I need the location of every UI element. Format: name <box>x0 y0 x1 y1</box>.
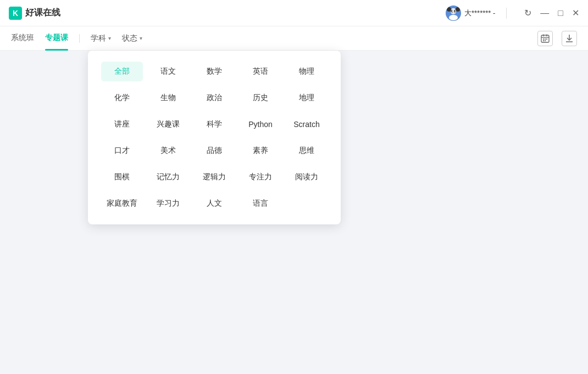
nav-item-xitongban[interactable]: 系统班 <box>11 33 34 44</box>
xueke-arrow: ▾ <box>108 35 111 41</box>
subject-item-xuexili[interactable]: 学习力 <box>147 194 189 213</box>
zhuangtai-label: 状态 <box>122 34 137 43</box>
svg-rect-21 <box>545 40 546 41</box>
divider <box>506 8 507 19</box>
svg-rect-20 <box>543 40 544 41</box>
subject-item-shuxue[interactable]: 数学 <box>193 62 235 81</box>
close-button[interactable]: ✕ <box>572 9 579 18</box>
title-bar: K 好课在线 <box>0 0 588 26</box>
refresh-button[interactable]: ↻ <box>524 9 531 18</box>
title-bar-right: 大******* - ↻ — □ ✕ <box>446 6 579 21</box>
nav-bar: 系统班 专题课 学科 ▾ 状态 ▾ <box>0 26 588 51</box>
subject-item-weiqi[interactable]: 围棋 <box>101 167 143 187</box>
subject-item-quanbu[interactable]: 全部 <box>101 62 143 81</box>
subject-item-lishi[interactable]: 历史 <box>240 88 281 108</box>
subject-grid: 全部语文数学英语物理化学生物政治历史地理讲座兴趣课科学PythonScratch… <box>101 62 328 213</box>
nav-dropdown-xueke[interactable]: 学科 ▾ <box>91 34 111 43</box>
svg-point-8 <box>452 10 453 12</box>
subject-item-luojili[interactable]: 逻辑力 <box>193 167 235 187</box>
subject-item-pinde[interactable]: 品德 <box>193 141 235 161</box>
subject-item-jiyili[interactable]: 记忆力 <box>147 167 189 187</box>
svg-point-3 <box>447 7 451 12</box>
svg-rect-19 <box>546 38 547 40</box>
subject-item-huaxue[interactable]: 化学 <box>101 88 143 108</box>
svg-rect-18 <box>545 38 546 40</box>
subject-item-shengwu[interactable]: 生物 <box>147 88 189 108</box>
svg-point-12 <box>454 12 454 13</box>
calendar-button[interactable] <box>537 31 553 46</box>
user-name: 大******* - <box>464 8 495 18</box>
subject-item-zhuanzhuLi[interactable]: 专注力 <box>240 167 281 187</box>
k-icon: K <box>9 7 22 20</box>
minimize-button[interactable]: — <box>540 9 549 18</box>
window-controls: ↻ — □ ✕ <box>524 9 579 18</box>
subject-item-python[interactable]: Python <box>240 114 281 134</box>
user-area[interactable]: 大******* - <box>446 6 495 21</box>
subject-item-renwen[interactable]: 人文 <box>193 194 235 213</box>
svg-point-9 <box>455 10 456 12</box>
subject-item-kexue[interactable]: 科学 <box>193 114 235 134</box>
subject-dropdown-panel: 全部语文数学英语物理化学生物政治历史地理讲座兴趣课科学PythonScratch… <box>88 51 341 224</box>
subject-item-jiatingJiaoyu[interactable]: 家庭教育 <box>101 194 143 213</box>
subject-item-wuli[interactable]: 物理 <box>286 62 328 81</box>
subject-item-yueduliLi[interactable]: 阅读力 <box>286 167 328 187</box>
download-button[interactable] <box>562 31 577 46</box>
subject-item-siwei[interactable]: 思维 <box>286 141 328 161</box>
svg-point-2 <box>449 15 458 20</box>
svg-point-4 <box>456 7 460 12</box>
main-content: 全部语文数学英语物理化学生物政治历史地理讲座兴趣课科学PythonScratch… <box>0 51 588 374</box>
subject-item-zhengzhi[interactable]: 政治 <box>193 88 235 108</box>
svg-point-11 <box>452 12 453 13</box>
subject-item-jiangzuo[interactable]: 讲座 <box>101 114 143 134</box>
subject-item-dili[interactable]: 地理 <box>286 88 328 108</box>
subject-item-yingyu[interactable]: 英语 <box>240 62 281 81</box>
nav-item-zhuantike[interactable]: 专题课 <box>45 33 68 44</box>
svg-rect-17 <box>543 38 544 40</box>
nav-divider <box>79 34 80 43</box>
nav-dropdown-zhuangtai[interactable]: 状态 ▾ <box>122 34 142 43</box>
maximize-button[interactable]: □ <box>558 9 563 18</box>
subject-item-koucai[interactable]: 口才 <box>101 141 143 161</box>
subject-item-yuwen[interactable]: 语文 <box>147 62 189 81</box>
logo-area: K 好课在线 <box>9 7 60 20</box>
app-logo: K 好课在线 <box>9 7 60 20</box>
subject-item-meishu[interactable]: 美术 <box>147 141 189 161</box>
subject-item-xingquke[interactable]: 兴趣课 <box>147 114 189 134</box>
app-name: 好课在线 <box>25 7 60 19</box>
subject-item-suyang[interactable]: 素养 <box>240 141 281 161</box>
nav-right <box>537 31 577 46</box>
subject-item-yuyan[interactable]: 语言 <box>240 194 281 213</box>
subject-item-scratch[interactable]: Scratch <box>286 114 328 134</box>
zhuangtai-arrow: ▾ <box>140 35 142 41</box>
avatar <box>446 6 461 21</box>
xueke-label: 学科 <box>91 34 106 43</box>
